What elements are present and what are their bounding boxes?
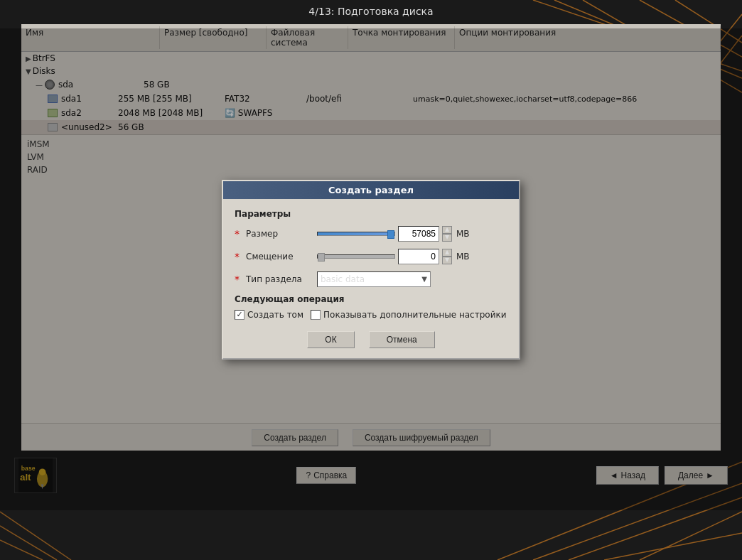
- next-op-section: Следующая операция ✓ Создать том Показыв…: [235, 294, 507, 320]
- size-input[interactable]: [398, 226, 439, 242]
- svg-line-11: [604, 533, 742, 560]
- offset-required-star: *: [235, 251, 242, 262]
- svg-line-13: [0, 526, 57, 560]
- size-controls: ▲ ▼ MB: [317, 226, 507, 242]
- show-advanced-checkbox-item[interactable]: Показывать дополнительные настройки: [311, 310, 507, 320]
- dialog-buttons: ОК Отмена: [235, 331, 507, 348]
- offset-label: Смещение: [246, 252, 317, 262]
- parttype-dropdown-arrow: ▼: [421, 275, 427, 283]
- show-advanced-label: Показывать дополнительные настройки: [323, 310, 507, 320]
- offset-unit: MB: [456, 252, 470, 262]
- offset-spinner: ▲ ▼: [442, 249, 452, 264]
- svg-line-10: [640, 512, 742, 560]
- offset-controls: ▲ ▼ MB: [317, 249, 507, 264]
- size-slider-fill: [318, 232, 391, 235]
- dialog-body: Параметры * Размер ▲ ▼ MB: [223, 199, 519, 358]
- params-section-label: Параметры: [235, 209, 507, 219]
- size-spin-down[interactable]: ▼: [442, 234, 452, 242]
- create-partition-dialog: Создать раздел Параметры * Размер ▲ ▼: [222, 180, 520, 360]
- offset-slider[interactable]: [317, 254, 395, 259]
- offset-input[interactable]: [398, 249, 439, 264]
- next-op-label: Следующая операция: [235, 294, 507, 304]
- checkbox-row: ✓ Создать том Показывать дополнительные …: [235, 310, 507, 320]
- dialog-title: Создать раздел: [223, 181, 519, 199]
- size-row: * Размер ▲ ▼ MB: [235, 226, 507, 242]
- offset-spin-down[interactable]: ▼: [442, 257, 452, 264]
- svg-line-12: [0, 512, 71, 560]
- page-title: 4/13: Подготовка диска: [308, 6, 433, 17]
- size-label: Размер: [246, 229, 317, 239]
- size-spin-up[interactable]: ▲: [442, 226, 452, 234]
- page-header: 4/13: Подготовка диска: [0, 0, 742, 24]
- offset-slider-handle[interactable]: [318, 253, 325, 262]
- parttype-value: basic data: [321, 274, 365, 284]
- offset-spin-up[interactable]: ▲: [442, 249, 452, 257]
- create-volume-checkbox[interactable]: ✓: [235, 310, 244, 320]
- cancel-button[interactable]: Отмена: [369, 331, 435, 348]
- svg-line-14: [0, 540, 43, 560]
- dialog-overlay: Создать раздел Параметры * Размер ▲ ▼: [0, 28, 742, 510]
- create-volume-label: Создать том: [247, 310, 303, 320]
- size-spinner: ▲ ▼: [442, 226, 452, 242]
- size-unit: MB: [456, 229, 470, 239]
- size-slider[interactable]: [317, 232, 395, 236]
- create-volume-checkbox-item[interactable]: ✓ Создать том: [235, 310, 303, 320]
- size-required-star: *: [235, 228, 242, 239]
- ok-button[interactable]: ОК: [307, 331, 354, 348]
- size-slider-handle[interactable]: [387, 230, 394, 239]
- offset-row: * Смещение ▲ ▼ MB: [235, 249, 507, 264]
- parttype-required-star: *: [235, 274, 242, 285]
- parttype-controls: basic data ▼: [317, 271, 507, 287]
- show-advanced-checkbox[interactable]: [311, 310, 321, 320]
- partition-type-row: * Тип раздела basic data ▼: [235, 271, 507, 287]
- parttype-label: Тип раздела: [246, 274, 317, 284]
- parttype-dropdown[interactable]: basic data ▼: [317, 271, 431, 287]
